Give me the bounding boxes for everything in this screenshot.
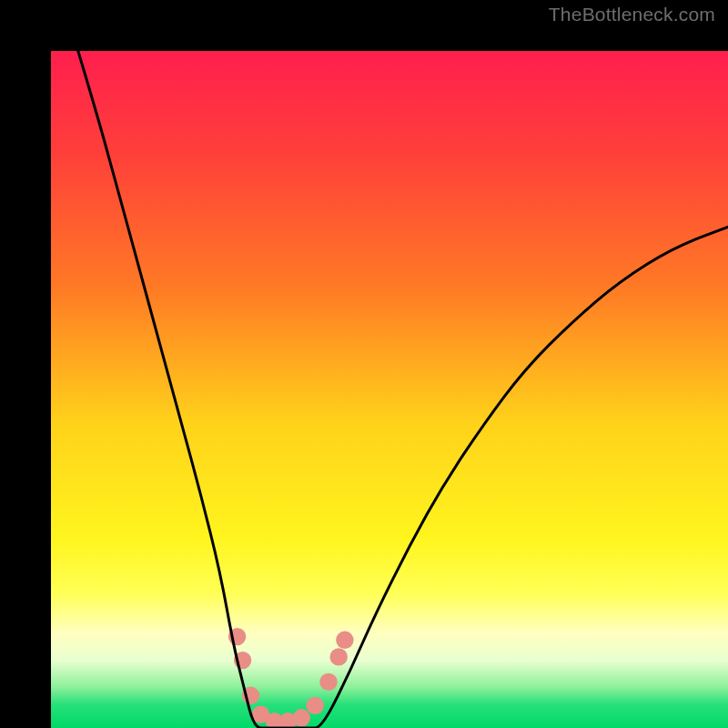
valley-dot [307,697,324,714]
valley-dot [336,632,353,649]
plot-area [25,25,703,703]
bottleneck-chart [51,51,728,728]
valley-dot [330,648,348,665]
watermark-text: TheBottleneck.com [549,4,715,25]
valley-dot [293,709,310,726]
gradient-background [51,51,728,728]
valley-dot [319,673,337,691]
